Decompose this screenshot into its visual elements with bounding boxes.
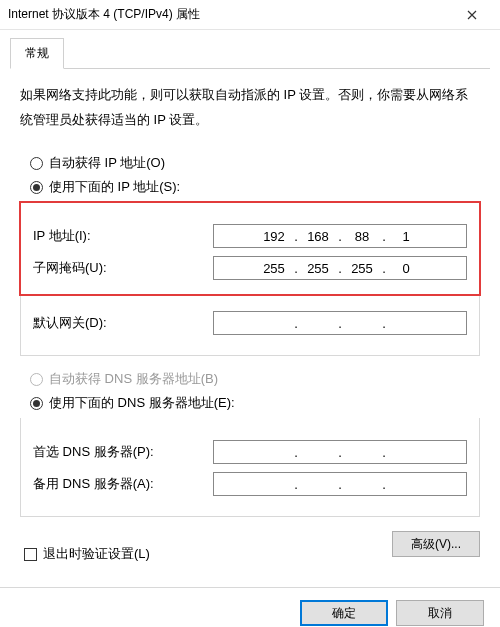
input-subnet-mask[interactable]: 255. 255. 255. 0 bbox=[213, 256, 467, 280]
label-ip-address: IP 地址(I): bbox=[33, 227, 213, 245]
dialog-footer: 确定 取消 bbox=[0, 587, 500, 627]
ok-button[interactable]: 确定 bbox=[300, 600, 388, 626]
tab-content: 如果网络支持此功能，则可以获取自动指派的 IP 设置。否则，你需要从网络系统管理… bbox=[0, 69, 500, 573]
advanced-button[interactable]: 高级(V)... bbox=[392, 531, 480, 557]
group-gateway: 默认网关(D): . . . bbox=[20, 295, 480, 356]
radio-manual-ip[interactable]: 使用下面的 IP 地址(S): bbox=[30, 178, 480, 196]
tab-general[interactable]: 常规 bbox=[10, 38, 64, 69]
radio-auto-ip[interactable]: 自动获得 IP 地址(O) bbox=[30, 154, 480, 172]
input-dns-secondary[interactable]: . . . bbox=[213, 472, 467, 496]
radio-label: 使用下面的 IP 地址(S): bbox=[49, 178, 180, 196]
radio-auto-dns: 自动获得 DNS 服务器地址(B) bbox=[30, 370, 480, 388]
close-icon bbox=[467, 10, 477, 20]
input-default-gateway[interactable]: . . . bbox=[213, 311, 467, 335]
radio-label: 自动获得 IP 地址(O) bbox=[49, 154, 165, 172]
radio-label: 使用下面的 DNS 服务器地址(E): bbox=[49, 394, 235, 412]
titlebar: Internet 协议版本 4 (TCP/IPv4) 属性 bbox=[0, 0, 500, 30]
radio-icon bbox=[30, 157, 43, 170]
radio-manual-dns[interactable]: 使用下面的 DNS 服务器地址(E): bbox=[30, 394, 480, 412]
row-dns-secondary: 备用 DNS 服务器(A): . . . bbox=[33, 472, 467, 496]
radio-icon bbox=[30, 397, 43, 410]
checkbox-icon bbox=[24, 548, 37, 561]
checkbox-validate-on-exit[interactable]: 退出时验证设置(L) bbox=[24, 545, 150, 563]
description-text: 如果网络支持此功能，则可以获取自动指派的 IP 设置。否则，你需要从网络系统管理… bbox=[20, 83, 480, 132]
label-dns-secondary: 备用 DNS 服务器(A): bbox=[33, 475, 213, 493]
input-ip-address[interactable]: 192. 168. 88. 1 bbox=[213, 224, 467, 248]
label-subnet-mask: 子网掩码(U): bbox=[33, 259, 213, 277]
label-default-gateway: 默认网关(D): bbox=[33, 314, 213, 332]
row-ip-address: IP 地址(I): 192. 168. 88. 1 bbox=[33, 224, 467, 248]
label-dns-primary: 首选 DNS 服务器(P): bbox=[33, 443, 213, 461]
checkbox-label: 退出时验证设置(L) bbox=[43, 545, 150, 563]
group-dns: 首选 DNS 服务器(P): . . . 备用 DNS 服务器(A): . . … bbox=[20, 418, 480, 517]
group-ip-highlight: IP 地址(I): 192. 168. 88. 1 子网掩码(U): 255. … bbox=[20, 202, 480, 295]
radio-icon bbox=[30, 181, 43, 194]
window-title: Internet 协议版本 4 (TCP/IPv4) 属性 bbox=[8, 6, 452, 23]
row-dns-primary: 首选 DNS 服务器(P): . . . bbox=[33, 440, 467, 464]
radio-label: 自动获得 DNS 服务器地址(B) bbox=[49, 370, 218, 388]
cancel-button[interactable]: 取消 bbox=[396, 600, 484, 626]
input-dns-primary[interactable]: . . . bbox=[213, 440, 467, 464]
close-button[interactable] bbox=[452, 1, 492, 29]
row-subnet-mask: 子网掩码(U): 255. 255. 255. 0 bbox=[33, 256, 467, 280]
advanced-row: 退出时验证设置(L) 高级(V)... bbox=[20, 531, 480, 563]
radio-icon bbox=[30, 373, 43, 386]
tab-strip: 常规 bbox=[10, 38, 490, 69]
row-default-gateway: 默认网关(D): . . . bbox=[33, 311, 467, 335]
